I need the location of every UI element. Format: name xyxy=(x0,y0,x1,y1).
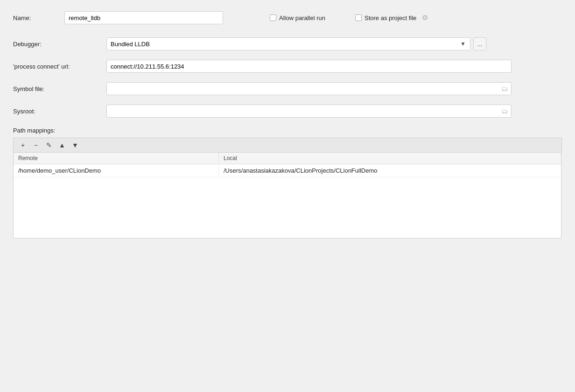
name-input[interactable] xyxy=(64,11,223,24)
local-path-cell: /Users/anastasiakazakova/CLionProjects/C… xyxy=(219,164,561,177)
name-label: Name: xyxy=(13,14,60,21)
symbol-file-label: Symbol file: xyxy=(13,85,106,92)
symbol-file-row: Symbol file: 🗂 xyxy=(13,82,562,95)
gear-icon[interactable]: ⚙ xyxy=(422,14,428,22)
column-remote-header: Remote xyxy=(14,153,219,164)
symbol-file-input[interactable] xyxy=(106,82,512,95)
symbol-file-input-wrapper: 🗂 xyxy=(106,82,512,95)
remote-path-cell: /home/demo_user/CLionDemo xyxy=(14,164,219,177)
remove-mapping-button[interactable]: − xyxy=(30,140,42,150)
add-mapping-button[interactable]: + xyxy=(17,140,28,150)
table-header: Remote Local xyxy=(14,153,561,164)
sysroot-row: Sysroot: 🗂 xyxy=(13,105,562,118)
process-connect-input[interactable] xyxy=(106,60,512,73)
path-mappings-toolbar: + − ✎ ▲ ▼ xyxy=(13,138,562,152)
allow-parallel-label: Allow parallel run xyxy=(279,14,325,21)
options-section: Allow parallel run Store as project file… xyxy=(251,14,428,22)
move-down-button[interactable]: ▼ xyxy=(70,140,81,150)
debugger-row: Debugger: Bundled LLDB Custom GDB Custom… xyxy=(13,37,562,50)
debugger-label: Debugger: xyxy=(13,41,106,48)
name-section: Name: xyxy=(13,11,223,24)
process-connect-label: 'process connect' url: xyxy=(13,63,106,70)
path-mappings-section: Path mappings: + − ✎ ▲ ▼ Remote Local /h… xyxy=(13,127,562,238)
edit-mapping-button[interactable]: ✎ xyxy=(43,140,55,150)
sysroot-input-wrapper: 🗂 xyxy=(106,105,512,118)
table-empty-area xyxy=(14,177,561,238)
name-row: Name: Allow parallel run Store as projec… xyxy=(13,11,562,24)
debugger-select[interactable]: Bundled LLDB Custom GDB Custom LLDB xyxy=(106,37,470,50)
allow-parallel-checkbox[interactable] xyxy=(270,14,276,21)
column-local-header: Local xyxy=(219,153,561,164)
debugger-more-button[interactable]: ... xyxy=(473,37,486,50)
store-project-checkbox[interactable] xyxy=(355,14,362,21)
allow-parallel-group: Allow parallel run xyxy=(270,14,325,21)
sysroot-label: Sysroot: xyxy=(13,108,106,115)
path-mappings-label: Path mappings: xyxy=(13,127,562,134)
store-project-label: Store as project file xyxy=(365,14,416,21)
table-row[interactable]: /home/demo_user/CLionDemo /Users/anastas… xyxy=(14,164,561,177)
sysroot-input[interactable] xyxy=(106,105,512,118)
process-connect-row: 'process connect' url: xyxy=(13,60,562,73)
store-project-group: Store as project file ⚙ xyxy=(355,14,428,22)
move-up-button[interactable]: ▲ xyxy=(56,140,68,150)
debugger-select-wrapper: Bundled LLDB Custom GDB Custom LLDB ▼ xyxy=(106,37,470,50)
path-mappings-table: Remote Local /home/demo_user/CLionDemo /… xyxy=(13,152,561,238)
